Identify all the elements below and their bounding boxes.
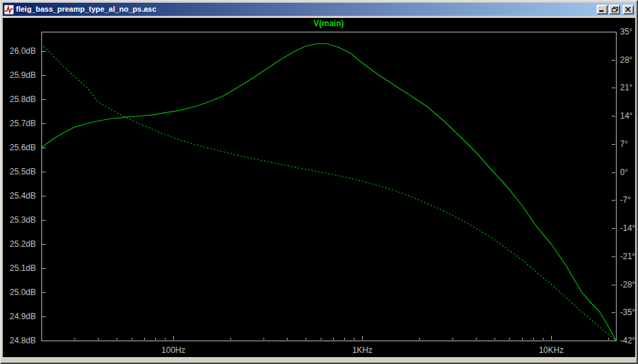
x-axis-tick-label: 100Hz (149, 345, 197, 355)
ltspice-window: fleig_bass_preamp_type_al_no_ps.asc V(ma… (0, 0, 638, 364)
y-axis-left-tick-label: 25.3dB (3, 215, 36, 225)
y-axis-right-tick-label: -42° (620, 336, 635, 345)
axis-labels: 26.0dB25.9dB25.8dB25.7dB25.6dB25.5dB25.4… (3, 18, 635, 357)
y-axis-right-tick-label: 14° (620, 111, 632, 121)
window-controls (597, 5, 634, 14)
y-axis-right-tick-label: 35° (620, 27, 632, 37)
y-axis-left-tick-label: 25.2dB (3, 239, 36, 249)
y-axis-left-tick-label: 25.5dB (3, 167, 36, 176)
waveform-pane[interactable]: V(main) 26.0dB25.9dB25.8dB25.7dB25.6dB25… (3, 18, 635, 357)
restore-icon (612, 7, 618, 12)
y-axis-right-tick-label: 28° (620, 55, 632, 65)
y-axis-right-tick-label: -35° (620, 307, 635, 317)
y-axis-right-tick-label: -28° (620, 280, 635, 290)
minimize-button[interactable] (597, 5, 608, 14)
x-axis-tick-label: 1KHz (338, 345, 386, 355)
minimize-icon (599, 7, 605, 12)
close-button[interactable] (623, 5, 634, 14)
restore-button[interactable] (609, 5, 620, 14)
y-axis-left-tick-label: 25.9dB (3, 70, 36, 80)
y-axis-left-tick-label: 25.1dB (3, 263, 36, 273)
trace-label[interactable]: V(main) (41, 19, 616, 28)
y-axis-right-tick-label: 21° (620, 83, 632, 92)
window-title: fleig_bass_preamp_type_al_no_ps.asc (16, 3, 595, 16)
y-axis-left-tick-label: 24.8dB (3, 336, 36, 345)
y-axis-right-tick-label: 0° (620, 168, 628, 177)
y-axis-left-tick-label: 25.7dB (3, 119, 36, 128)
y-axis-right-tick-label: -14° (620, 223, 635, 233)
x-axis-tick-label: 10KHz (527, 345, 575, 355)
titlebar[interactable]: fleig_bass_preamp_type_al_no_ps.asc (3, 3, 635, 16)
y-axis-left-tick-label: 25.4dB (3, 191, 36, 201)
close-icon (626, 7, 631, 12)
y-axis-right-tick-label: -21° (620, 252, 635, 261)
y-axis-right-tick-label: 7° (620, 139, 628, 149)
app-icon (4, 5, 14, 14)
y-axis-left-tick-label: 25.0dB (3, 287, 36, 297)
y-axis-left-tick-label: 26.0dB (3, 46, 36, 56)
y-axis-left-tick-label: 25.6dB (3, 143, 36, 152)
y-axis-left-tick-label: 24.9dB (3, 312, 36, 321)
y-axis-right-tick-label: -7° (620, 195, 630, 205)
y-axis-left-tick-label: 25.8dB (3, 94, 36, 104)
